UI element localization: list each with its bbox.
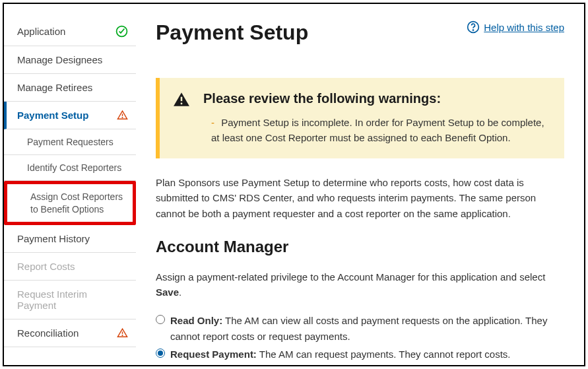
radio-request-payment[interactable]: Request Payment: The AM can request paym… (156, 347, 564, 362)
radio-icon[interactable] (156, 315, 165, 324)
radio-text: The AM can view all costs and payment re… (170, 315, 547, 341)
nav-reconciliation[interactable]: Reconciliation (4, 319, 136, 347)
warning-triangle-icon (173, 91, 190, 108)
nav-label: Payment Setup (17, 110, 88, 121)
nav-request-interim-payment: Request Interim Payment (4, 281, 136, 319)
nav-payment-setup[interactable]: Payment Setup (4, 102, 136, 129)
nav-sub-identify-cost-reporters[interactable]: Identify Cost Reporters (4, 155, 136, 181)
instruction-pre: Assign a payment-related privilege to th… (156, 271, 545, 283)
question-circle-icon (467, 20, 480, 34)
radio-label: Read Only: The AM can view all costs and… (170, 313, 564, 344)
radio-report-costs[interactable]: Report Costs: The AM can report costs. T… (156, 364, 564, 366)
intro-text: Plan Sponsors use Payment Setup to deter… (156, 175, 564, 221)
nav-label: Reconciliation (17, 327, 79, 339)
radio-bold: Request Payment: (170, 349, 257, 360)
radio-group: Read Only: The AM can view all costs and… (156, 313, 564, 366)
help-link-text: Help with this step (484, 22, 564, 33)
svg-point-8 (181, 103, 183, 105)
warning-triangle-icon (117, 110, 128, 121)
page-title: Payment Setup (156, 20, 308, 45)
warning-content: Please review the following warnings: - … (203, 91, 551, 145)
header-row: Payment Setup Help with this step (156, 20, 564, 45)
nav-label: Request Interim Payment (17, 288, 128, 311)
nav-label: Manage Retirees (17, 82, 92, 93)
radio-read-only[interactable]: Read Only: The AM can view all costs and… (156, 313, 564, 344)
app-frame: Application Manage Designees Manage Reti… (3, 3, 585, 366)
nav-label: Payment History (17, 233, 90, 244)
svg-point-2 (122, 117, 123, 118)
nav-sub-assign-cost-reporters[interactable]: Assign Cost Reporters to Benefit Options (4, 181, 136, 224)
checkmark-circle-icon (115, 25, 128, 38)
help-link[interactable]: Help with this step (467, 20, 564, 34)
warning-dash-icon: - (211, 117, 214, 128)
section-heading: Account Manager (156, 238, 564, 256)
warning-message: Payment Setup is incomplete. In order fo… (211, 117, 544, 143)
nav-sub-label: Payment Requesters (27, 137, 114, 147)
nav-report-costs: Report Costs (4, 253, 136, 281)
radio-label: Report Costs: The AM can report costs. T… (170, 364, 564, 366)
sidebar-nav: Application Manage Designees Manage Reti… (4, 4, 136, 365)
nav-sub-label: Identify Cost Reporters (27, 162, 121, 173)
nav-manage-designees[interactable]: Manage Designees (4, 46, 136, 74)
nav-label: Report Costs (17, 261, 75, 272)
nav-sub-label: Assign Cost Reporters to Benefit Options (30, 191, 123, 214)
radio-bold: Read Only: (170, 315, 222, 326)
main-content: Payment Setup Help with this step Please… (136, 4, 584, 365)
nav-payment-history[interactable]: Payment History (4, 225, 136, 253)
radio-label: Request Payment: The AM can request paym… (170, 347, 564, 362)
warning-box: Please review the following warnings: - … (156, 78, 564, 158)
nav-label: Manage Designees (17, 54, 102, 65)
instruction-bold: Save (156, 286, 179, 298)
warning-title: Please review the following warnings: (203, 91, 551, 106)
radio-icon[interactable] (156, 349, 165, 358)
warning-list: - Payment Setup is incomplete. In order … (203, 116, 551, 145)
instruction-post: . (179, 286, 181, 298)
svg-point-6 (473, 30, 474, 30)
svg-point-4 (122, 335, 123, 335)
warning-triangle-icon (117, 327, 128, 339)
nav-sub-payment-requesters[interactable]: Payment Requesters (4, 129, 136, 155)
radio-text: The AM can request payments. They cannot… (257, 349, 511, 360)
nav-label: Application (17, 26, 65, 37)
nav-manage-retirees[interactable]: Manage Retirees (4, 74, 136, 102)
nav-application[interactable]: Application (4, 17, 136, 46)
instruction-text: Assign a payment-related privilege to th… (156, 269, 564, 300)
